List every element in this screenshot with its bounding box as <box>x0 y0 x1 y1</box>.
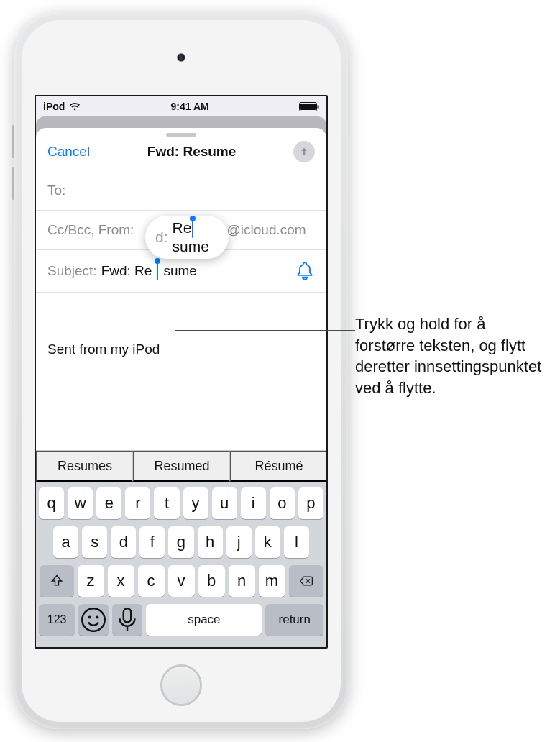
ipod-device-frame: iPod 9:41 AM Cancel Fwd: Resume <box>14 13 348 729</box>
battery-icon <box>299 102 319 111</box>
key-s[interactable]: s <box>82 526 107 558</box>
callout-text: Trykk og hold for å forstørre teksten, o… <box>355 313 549 399</box>
key-shift[interactable] <box>40 565 74 597</box>
key-c[interactable]: c <box>138 565 165 597</box>
subject-label: Subject: <box>47 263 97 279</box>
suggestion-2[interactable]: Resumed <box>133 451 230 482</box>
key-numbers[interactable]: 123 <box>39 604 75 636</box>
to-label: To: <box>47 183 65 198</box>
keyboard-row-2: a s d f g h j k l <box>39 526 323 558</box>
key-q[interactable]: q <box>39 487 64 519</box>
suggestion-3[interactable]: Résumé <box>230 451 326 482</box>
to-field[interactable]: To: <box>36 171 326 211</box>
key-y[interactable]: y <box>183 487 208 519</box>
svg-rect-2 <box>317 105 318 109</box>
key-g[interactable]: g <box>168 526 193 558</box>
send-button[interactable] <box>293 141 315 162</box>
keyboard-row-3: z x c v b n m <box>39 565 323 597</box>
device-inner: iPod 9:41 AM Cancel Fwd: Resume <box>22 20 341 722</box>
suggestion-1[interactable]: Resumes <box>36 451 133 482</box>
key-dictation[interactable] <box>112 604 142 636</box>
key-j[interactable]: j <box>226 526 252 558</box>
key-return[interactable]: return <box>265 604 323 636</box>
compose-header: Cancel Fwd: Resume <box>36 137 326 171</box>
svg-point-4 <box>88 615 91 618</box>
key-t[interactable]: t <box>154 487 179 519</box>
key-e[interactable]: e <box>96 487 121 519</box>
keyboard: q w e r t y u i o p a s d <box>36 482 326 647</box>
message-body[interactable]: Sent from my iPod <box>36 293 326 450</box>
svg-point-3 <box>83 608 106 631</box>
ccbcc-label: Cc/Bcc, From: <box>47 222 134 238</box>
carrier-label: iPod <box>43 101 65 112</box>
svg-point-5 <box>96 615 98 618</box>
volume-up-button[interactable] <box>12 125 14 158</box>
top-bezel <box>22 20 341 95</box>
microphone-icon <box>112 605 142 635</box>
home-button[interactable] <box>160 664 202 706</box>
text-magnifier: d: Resume <box>145 216 229 259</box>
callout-leader-line <box>175 330 355 331</box>
magnifier-text-before: Re <box>173 219 192 236</box>
quicktype-bar: Resumes Resumed Résumé <box>36 450 326 482</box>
key-f[interactable]: f <box>139 526 165 558</box>
emoji-icon <box>78 605 109 635</box>
key-k[interactable]: k <box>255 526 280 558</box>
subject-value-before: Fwd: Re <box>101 263 152 279</box>
wifi-icon <box>69 102 81 111</box>
key-m[interactable]: m <box>259 565 285 597</box>
key-emoji[interactable] <box>78 604 109 636</box>
text-caret <box>157 262 158 280</box>
clock-label: 9:41 AM <box>171 101 209 112</box>
svg-rect-1 <box>300 104 316 110</box>
keyboard-row-1: q w e r t y u i o p <box>39 487 323 519</box>
key-v[interactable]: v <box>168 565 195 597</box>
arrow-up-icon <box>298 146 310 157</box>
key-o[interactable]: o <box>270 487 295 519</box>
backspace-icon <box>299 574 313 588</box>
compose-sheet: Cancel Fwd: Resume To: Cc/Bcc, From: XXX… <box>36 128 326 647</box>
key-r[interactable]: r <box>125 487 150 519</box>
svg-rect-6 <box>124 608 132 622</box>
bell-icon <box>295 261 315 281</box>
screen: iPod 9:41 AM Cancel Fwd: Resume <box>35 95 328 649</box>
key-z[interactable]: z <box>78 565 104 597</box>
keyboard-row-4: 123 space return <box>39 604 323 636</box>
shift-icon <box>50 574 64 588</box>
key-b[interactable]: b <box>198 565 225 597</box>
cancel-button[interactable]: Cancel <box>47 144 90 160</box>
key-l[interactable]: l <box>284 526 309 558</box>
signature-text: Sent from my iPod <box>47 342 160 357</box>
subject-value-after: sume <box>163 263 196 279</box>
magnifier-context-label: d: <box>155 229 168 246</box>
key-x[interactable]: x <box>108 565 134 597</box>
key-space[interactable]: space <box>146 604 262 636</box>
bottom-bezel <box>22 649 341 722</box>
key-a[interactable]: a <box>53 526 78 558</box>
key-i[interactable]: i <box>241 487 266 519</box>
key-d[interactable]: d <box>111 526 136 558</box>
key-backspace[interactable] <box>289 565 323 597</box>
volume-down-button[interactable] <box>12 167 14 200</box>
front-camera <box>177 53 185 62</box>
key-n[interactable]: n <box>229 565 255 597</box>
notification-bell-button[interactable] <box>295 261 315 281</box>
key-w[interactable]: w <box>68 487 93 519</box>
status-bar: iPod 9:41 AM <box>36 96 326 116</box>
compose-title: Fwd: Resume <box>147 144 237 160</box>
key-p[interactable]: p <box>298 487 323 519</box>
magnifier-caret <box>192 219 193 238</box>
key-h[interactable]: h <box>198 526 223 558</box>
magnifier-text-after: sume <box>173 238 209 255</box>
key-u[interactable]: u <box>212 487 237 519</box>
